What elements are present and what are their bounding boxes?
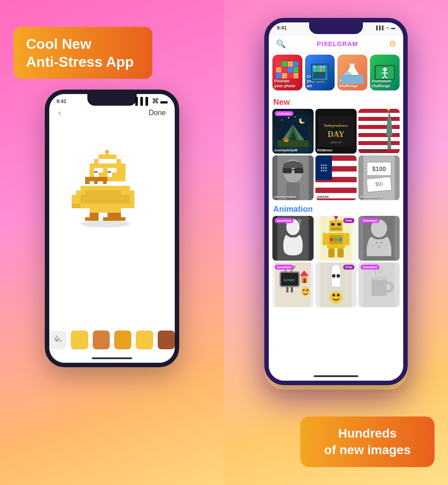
grid-item-rgbmen[interactable]: Independence DAY pixel art RGBmen	[315, 109, 357, 154]
svg-point-212	[330, 291, 342, 304]
svg-rect-46	[99, 181, 102, 184]
svg-rect-104	[276, 67, 281, 73]
svg-rect-111	[293, 73, 298, 78]
time-right: 9:41	[277, 25, 287, 30]
back-button[interactable]: ‹	[58, 107, 61, 118]
svg-rect-56	[116, 186, 121, 190]
grid-item-kitty94[interactable]: ★★★★★★★★★ kitty94	[315, 155, 357, 200]
svg-rect-49	[85, 186, 90, 190]
svg-rect-102	[288, 61, 293, 67]
pixel-duck	[67, 148, 157, 255]
badge-animated-1: Animated	[275, 111, 293, 116]
settings-icon[interactable]: ⚙	[389, 39, 396, 49]
new-grid-row-1: Animated smellydelly08 Independence DAY …	[269, 109, 403, 155]
grid-item-angrypineapple[interactable]: angrypineapple	[358, 109, 400, 154]
time-left: 9:41	[56, 99, 66, 104]
svg-point-129	[383, 68, 387, 71]
svg-rect-1	[99, 155, 103, 159]
anim-item-lady2[interactable]: Animated	[358, 216, 400, 261]
item-label-smellydelly: smellydelly08	[274, 148, 297, 152]
svg-rect-205	[291, 287, 293, 292]
svg-rect-187	[345, 233, 349, 245]
grid-item-smellydelly[interactable]: Animated smellydelly08	[272, 109, 314, 154]
signal-icon: ▌▌▌	[135, 97, 151, 105]
bucket-tool[interactable]	[49, 330, 66, 349]
svg-rect-43	[85, 181, 90, 184]
svg-rect-94	[103, 217, 108, 221]
svg-point-192	[376, 242, 378, 244]
anim-item-cup[interactable]: Animated	[358, 262, 400, 307]
svg-rect-51	[94, 186, 99, 190]
svg-rect-88	[108, 213, 112, 217]
cat-tile-create[interactable]: Createyour ownart	[305, 55, 335, 90]
svg-point-208	[306, 289, 308, 291]
headline-text: Cool New Anti-Stress App	[26, 35, 140, 71]
color-orange-1[interactable]	[93, 330, 110, 349]
svg-rect-82	[103, 208, 108, 213]
svg-marker-152	[386, 111, 392, 149]
grid-item-moneymaker[interactable]: moneymaker	[272, 155, 314, 200]
svg-point-147	[285, 137, 288, 141]
svg-rect-121	[323, 69, 325, 72]
svg-point-194	[378, 246, 380, 248]
color-orange-2[interactable]	[114, 330, 131, 349]
svg-rect-10	[99, 163, 103, 168]
svg-rect-71	[130, 190, 134, 195]
svg-text:$50: $50	[375, 182, 383, 187]
anim-item-ghost[interactable]: Free	[315, 262, 357, 307]
done-button[interactable]: Done	[149, 109, 166, 117]
cat-art-3	[337, 55, 367, 90]
search-icon[interactable]: 🔍	[276, 39, 286, 49]
color-brown[interactable]	[158, 330, 175, 349]
anim-item-lady1[interactable]: Animated	[272, 216, 314, 261]
color-yellow[interactable]	[71, 330, 88, 349]
cat-tile-pixelate[interactable]: Pixelateyour photo	[272, 55, 302, 90]
cat-tile-3d[interactable]: 3Dchallenge	[337, 55, 367, 90]
svg-rect-171	[331, 223, 335, 226]
svg-rect-53	[103, 186, 108, 190]
svg-text:pixel art: pixel art	[331, 141, 342, 144]
headline-line2: Anti-Stress App	[26, 54, 134, 70]
badge-free-2: Free	[343, 265, 354, 270]
color-yellow-2[interactable]	[136, 330, 153, 349]
svg-rect-81	[99, 208, 103, 213]
svg-rect-59	[76, 190, 81, 195]
svg-point-193	[380, 242, 382, 244]
svg-rect-75	[81, 199, 130, 204]
svg-rect-32	[116, 172, 121, 177]
svg-point-139	[295, 116, 296, 117]
svg-rect-41	[116, 177, 121, 181]
svg-rect-60	[81, 190, 85, 195]
badge-anim-1: Animated	[275, 218, 293, 223]
svg-rect-120	[319, 69, 322, 72]
svg-rect-68	[116, 190, 121, 195]
cat-tile-animation[interactable]: Animationchallenge	[370, 55, 400, 90]
svg-rect-76	[76, 204, 134, 208]
bottom-text-box: Hundreds of new images	[300, 416, 435, 467]
svg-text:$100: $100	[372, 165, 386, 172]
svg-rect-18	[99, 168, 103, 172]
svg-rect-105	[282, 67, 287, 73]
grid-item-picasso[interactable]: $100 $50 Picasso2018	[358, 155, 400, 200]
svg-rect-145	[277, 140, 309, 147]
svg-rect-186	[323, 233, 327, 245]
anim-item-robot[interactable]: Free	[315, 216, 357, 261]
badge-anim-4: Animated	[361, 265, 379, 270]
item-label-rgbmen: RGBmen	[317, 148, 332, 152]
svg-rect-4	[112, 155, 116, 159]
anim-item-tv[interactable]: SONIC	[272, 262, 314, 307]
phone-left: 9:41 ▌▌▌ ⌘ ▬ ‹ Done	[45, 90, 179, 367]
svg-rect-11	[103, 163, 108, 168]
svg-rect-0	[94, 159, 99, 163]
cat-art-1	[272, 55, 302, 90]
svg-rect-116	[319, 66, 322, 69]
category-row: Pixelateyour photo	[269, 55, 403, 94]
svg-rect-126	[350, 64, 354, 67]
svg-rect-38	[103, 177, 108, 181]
svg-rect-45	[94, 181, 98, 184]
svg-rect-109	[282, 73, 287, 78]
svg-rect-61	[85, 190, 90, 195]
svg-rect-7	[105, 150, 109, 153]
svg-rect-204	[286, 287, 289, 292]
svg-rect-48	[81, 186, 85, 190]
